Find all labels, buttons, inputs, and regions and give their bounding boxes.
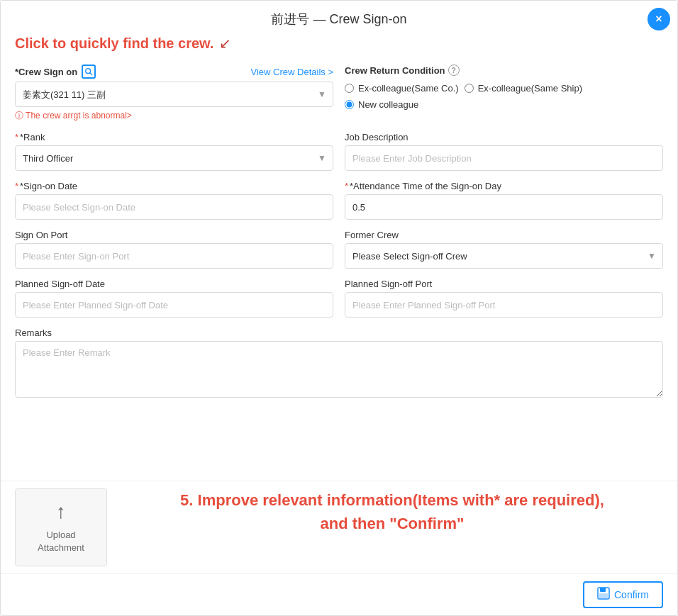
radio-ex-same-co-label: Ex-colleague(Same Co.) <box>358 83 459 94</box>
planned-signoff-port-label: Planned Sign-off Port <box>345 279 663 289</box>
svg-line-1 <box>90 73 92 75</box>
svg-rect-3 <box>600 588 606 592</box>
remarks-textarea[interactable] <box>15 341 663 398</box>
former-crew-col: Former Crew Please Select Sign-off Crew … <box>345 230 663 269</box>
crew-abnormal-text: ⓘ The crew arrgt is abnormal> <box>15 110 333 122</box>
radio-new-colleague[interactable]: New colleague <box>345 99 418 110</box>
sign-on-port-label: Sign On Port <box>15 230 333 240</box>
planned-signoff-date-col: Planned Sign-off Date <box>15 279 333 318</box>
svg-rect-4 <box>599 593 608 598</box>
sign-on-date-col: **Sign-on Date <box>15 181 333 220</box>
bottom-section: ↑ UploadAttachment 5. Improve relevant i… <box>1 481 677 573</box>
planned-signoff-date-label: Planned Sign-off Date <box>15 279 333 289</box>
crew-sign-on-label: *Crew Sign on <box>15 67 77 77</box>
date-row: **Sign-on Date **Attendance Time of the … <box>15 181 663 220</box>
modal-title: 前进号 — Crew Sign-on <box>271 12 406 26</box>
planned-signoff-port-input[interactable] <box>345 292 663 318</box>
crew-return-col: Crew Return Condition ? Ex-colleague(Sam… <box>345 65 663 110</box>
planned-row: Planned Sign-off Date Planned Sign-off P… <box>15 279 663 318</box>
rank-select-wrapper: Third Officer ▼ <box>15 145 333 171</box>
radio-row-1: Ex-colleague(Same Co.) Ex-colleague(Same… <box>345 83 663 94</box>
job-desc-input[interactable] <box>345 145 663 171</box>
former-crew-select-wrapper: Please Select Sign-off Crew ▼ <box>345 243 663 269</box>
modal-container: 前进号 — Crew Sign-on × Click to quickly fi… <box>0 0 678 616</box>
rank-col: **Rank Third Officer ▼ <box>15 132 333 171</box>
modal-body: *Crew Sign on View Crew Details > 姜素文(32… <box>1 57 677 481</box>
view-crew-link[interactable]: View Crew Details > <box>251 67 333 77</box>
upload-text: UploadAttachment <box>38 529 84 554</box>
crew-return-info-icon[interactable]: ? <box>448 65 460 76</box>
step-text: 5. Improve relevant information(Items wi… <box>180 488 604 535</box>
crew-row: *Crew Sign on View Crew Details > 姜素文(32… <box>15 65 663 122</box>
crew-select[interactable]: 姜素文(321 11) 三副 <box>15 82 333 107</box>
tooltip-banner: Click to quickly find the crew. ↙ <box>1 33 677 57</box>
step-instruction: 5. Improve relevant information(Items wi… <box>121 488 663 535</box>
crew-sign-on-col: *Crew Sign on View Crew Details > 姜素文(32… <box>15 65 333 122</box>
confirm-button[interactable]: Confirm <box>583 581 663 608</box>
attendance-label: **Attendance Time of the Sign-on Day <box>345 181 663 191</box>
crew-return-label: Crew Return Condition ? <box>345 65 663 76</box>
port-row: Sign On Port Former Crew Please Select S… <box>15 230 663 269</box>
rank-select[interactable]: Third Officer <box>15 145 333 171</box>
confirm-label: Confirm <box>614 589 649 600</box>
close-button[interactable]: × <box>648 8 670 30</box>
modal-header: 前进号 — Crew Sign-on × <box>1 1 677 33</box>
sign-on-port-col: Sign On Port <box>15 230 333 269</box>
crew-sign-on-header: *Crew Sign on View Crew Details > <box>15 65 333 79</box>
remarks-row: Remarks <box>15 327 663 400</box>
tooltip-text: Click to quickly find the crew. <box>15 35 213 51</box>
job-desc-col: Job Description <box>345 132 663 171</box>
radio-ex-same-ship[interactable]: Ex-colleague(Same Ship) <box>465 83 582 94</box>
former-crew-select[interactable]: Please Select Sign-off Crew <box>345 243 663 269</box>
sign-on-port-input[interactable] <box>15 243 333 269</box>
tooltip-arrow: ↙ <box>219 35 231 52</box>
sign-on-date-input[interactable] <box>15 194 333 220</box>
attendance-input[interactable] <box>345 194 663 220</box>
upload-icon: ↑ <box>56 500 66 523</box>
planned-signoff-port-col: Planned Sign-off Port <box>345 279 663 318</box>
radio-new-colleague-label: New colleague <box>358 99 418 110</box>
sign-on-date-label: **Sign-on Date <box>15 181 333 191</box>
crew-select-wrapper: 姜素文(321 11) 三副 ▼ <box>15 82 333 107</box>
upload-attachment-button[interactable]: ↑ UploadAttachment <box>15 488 107 566</box>
planned-signoff-date-input[interactable] <box>15 292 333 318</box>
remarks-label: Remarks <box>15 327 663 338</box>
rank-row: **Rank Third Officer ▼ Job Description <box>15 132 663 171</box>
new-colleague-row: New colleague <box>345 99 663 110</box>
crew-search-icon[interactable] <box>82 65 96 79</box>
rank-label: **Rank <box>15 132 333 142</box>
attendance-col: **Attendance Time of the Sign-on Day <box>345 181 663 220</box>
remarks-col: Remarks <box>15 327 663 400</box>
radio-ex-same-co[interactable]: Ex-colleague(Same Co.) <box>345 83 459 94</box>
modal-footer: Confirm <box>1 573 677 615</box>
former-crew-label: Former Crew <box>345 230 663 240</box>
job-desc-label: Job Description <box>345 132 663 142</box>
radio-ex-same-ship-label: Ex-colleague(Same Ship) <box>478 83 582 94</box>
svg-point-0 <box>86 69 91 74</box>
save-icon <box>597 587 610 603</box>
